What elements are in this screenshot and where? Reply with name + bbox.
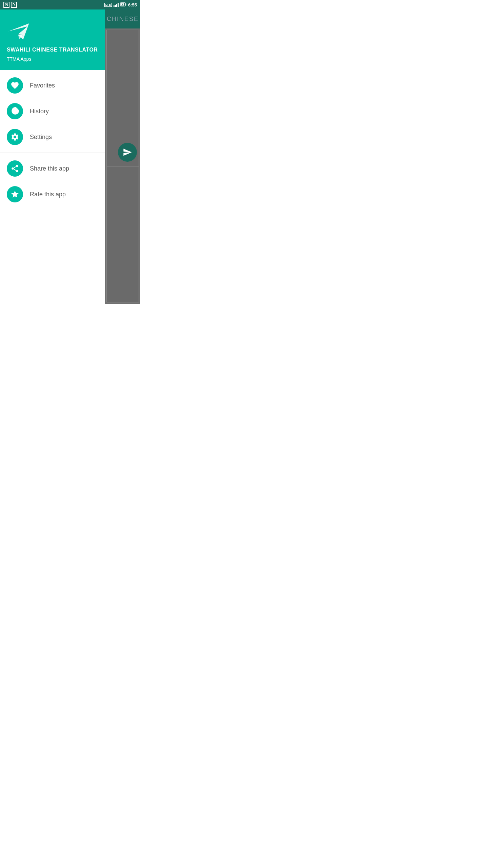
battery-icon [120, 2, 126, 7]
svg-rect-2 [125, 4, 126, 5]
app-author: TTMA Apps [7, 56, 98, 62]
favorites-icon-circle [7, 77, 23, 94]
gear-icon [11, 133, 19, 141]
notification-icon-2: N [11, 2, 17, 8]
settings-icon-circle [7, 129, 23, 145]
rate-label: Rate this app [30, 191, 66, 198]
menu-item-favorites[interactable]: Favorites [0, 73, 105, 98]
translate-button[interactable] [118, 143, 137, 162]
main-content: CHINESE [105, 9, 140, 304]
svg-marker-3 [8, 23, 29, 40]
status-icons: LTE 6:55 [104, 2, 137, 7]
drawer-menu: Favorites History Set [0, 70, 105, 304]
drawer-header: SWAHILI CHINESE TRANSLATOR TTMA Apps [0, 9, 105, 70]
app-title: SWAHILI CHINESE TRANSLATOR [7, 47, 98, 53]
history-label: History [30, 108, 49, 115]
notification-icon-1: N [3, 2, 9, 8]
notification-icons: N N [3, 2, 17, 8]
menu-item-history[interactable]: History [0, 98, 105, 124]
app-container: SWAHILI CHINESE TRANSLATOR TTMA Apps Fav… [0, 9, 140, 304]
menu-item-rate[interactable]: Rate this app [0, 181, 105, 207]
share-label: Share this app [30, 165, 69, 172]
status-bar: N N LTE 6:55 [0, 0, 140, 9]
menu-item-settings[interactable]: Settings [0, 124, 105, 150]
favorites-label: Favorites [30, 82, 55, 89]
navigation-drawer: SWAHILI CHINESE TRANSLATOR TTMA Apps Fav… [0, 9, 105, 304]
signal-icon [114, 3, 119, 7]
toolbar-title: CHINESE [107, 16, 139, 23]
settings-label: Settings [30, 134, 52, 141]
star-icon [11, 190, 19, 199]
target-text-area[interactable] [106, 166, 139, 302]
rate-icon-circle [7, 186, 23, 202]
heart-icon [11, 81, 19, 90]
content-area [105, 28, 140, 304]
menu-item-share[interactable]: Share this app [0, 156, 105, 181]
clock-icon [11, 107, 19, 116]
lte-icon: LTE [104, 3, 112, 7]
send-icon [123, 147, 132, 157]
clock: 6:55 [128, 2, 137, 7]
app-bar: CHINESE [105, 9, 140, 28]
share-icon [11, 164, 19, 173]
logo-icon [7, 21, 30, 42]
app-logo [7, 20, 30, 43]
share-icon-circle [7, 160, 23, 177]
menu-divider [0, 153, 105, 153]
history-icon-circle [7, 103, 23, 119]
